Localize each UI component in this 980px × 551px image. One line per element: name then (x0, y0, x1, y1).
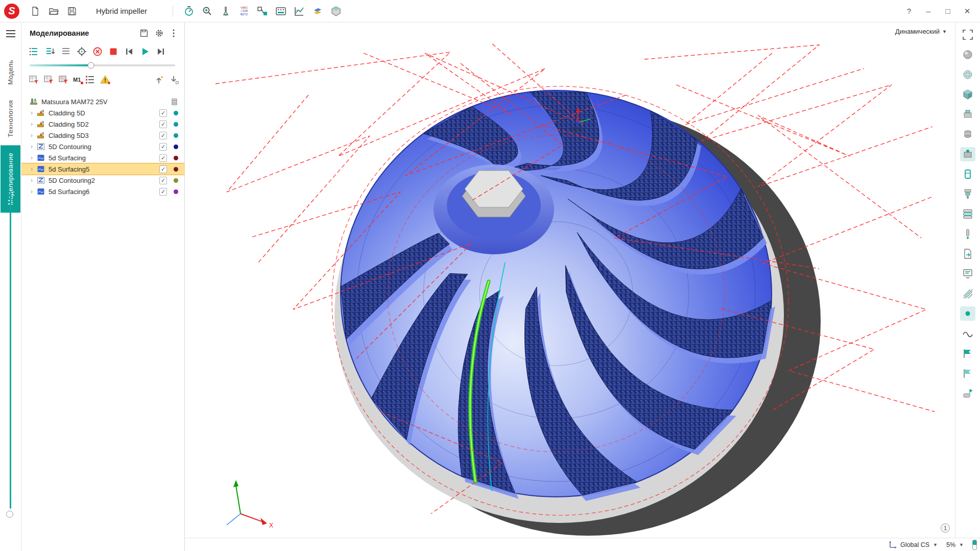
chart-button[interactable] (292, 4, 307, 19)
maximize-button[interactable]: □ (939, 4, 957, 19)
flag-marker-button[interactable] (960, 346, 975, 361)
zoom-level[interactable]: 5% (946, 541, 955, 548)
panel-settings-gear-icon[interactable] (155, 29, 164, 38)
tree-row-operation[interactable]: › Cladding 5D3 ✓ (21, 130, 184, 141)
operation-checkbox[interactable]: ✓ (159, 109, 167, 117)
shaded-sphere-button[interactable] (960, 47, 975, 62)
machine-link-button[interactable] (255, 4, 270, 19)
panel-save-icon[interactable] (139, 29, 149, 38)
panel-more-menu-icon[interactable] (170, 29, 177, 38)
save-button[interactable] (64, 4, 80, 19)
expand-chevron-icon[interactable]: › (29, 188, 35, 195)
help-button[interactable]: ? (900, 4, 918, 19)
focus-tool-button[interactable] (76, 46, 87, 57)
tree-row-operation[interactable]: › 5D Contouring2 ✓ (21, 175, 184, 186)
play-button[interactable] (139, 46, 151, 57)
speed-slider-handle[interactable] (87, 62, 94, 69)
point-mode-button[interactable] (960, 306, 975, 321)
minimize-button[interactable]: – (920, 4, 937, 19)
fixture-view-button[interactable] (960, 127, 975, 141)
expand-chevron-icon[interactable]: › (29, 109, 35, 116)
sim-plain-list-button[interactable] (60, 46, 71, 57)
verify-button[interactable] (200, 4, 215, 19)
operation-checkbox[interactable]: ✓ (159, 143, 167, 151)
warnings-button-icon[interactable] (100, 75, 111, 85)
skip-start-button[interactable] (124, 46, 135, 57)
expand-chevron-icon[interactable]: › (29, 143, 35, 150)
viewport-3d[interactable]: G54 X Динамический ▼ 1 (185, 22, 955, 551)
section-hatch-button[interactable] (960, 286, 975, 301)
simulation-speed-button[interactable] (181, 4, 197, 19)
panel-collapse-handle[interactable] (6, 511, 13, 518)
control-panel-button[interactable] (273, 4, 289, 19)
expand-chevron-icon[interactable]: › (29, 154, 35, 161)
stock-view-button[interactable] (960, 107, 975, 122)
filter-toolpath-button-icon[interactable] (43, 75, 54, 85)
view-mode-dropdown[interactable]: Динамический ▼ (895, 28, 947, 35)
main-menu-button[interactable] (4, 27, 18, 41)
open-file-button[interactable] (46, 4, 61, 19)
machine-view-button[interactable] (960, 267, 975, 281)
toolpath-view-button[interactable] (960, 207, 975, 221)
speed-slider[interactable] (30, 64, 175, 66)
expand-chevron-icon[interactable]: › (29, 177, 35, 184)
sim-list-button[interactable] (29, 46, 40, 57)
play-icon (140, 46, 150, 57)
fit-view-icon (962, 29, 973, 40)
show-toolpath-button-icon[interactable] (29, 75, 39, 85)
cs-selector[interactable]: Global CS (900, 541, 929, 548)
layers-button[interactable] (310, 4, 325, 19)
tree-row-operation-selected[interactable]: › 5d Surfacing5 ✓ (21, 163, 184, 175)
shaded-cube-button[interactable] (960, 87, 975, 102)
gcode-button[interactable]: %001 →1G0 N2T2 (236, 4, 252, 19)
tool-view-button[interactable] (960, 187, 975, 201)
operation-checkbox[interactable]: ✓ (159, 121, 167, 128)
tree-row-operation[interactable]: › 5D Contouring ✓ (21, 141, 184, 152)
operation-checkbox[interactable]: ✓ (159, 177, 167, 184)
tab-technology[interactable]: Технология (1, 92, 20, 145)
tab-model[interactable]: Модель (1, 52, 20, 92)
filter-selected-button-icon[interactable] (58, 75, 68, 85)
new-file-button[interactable] (28, 4, 43, 19)
panel-toggle-capsule[interactable] (972, 540, 977, 550)
operation-checkbox[interactable]: ✓ (159, 154, 167, 162)
close-button[interactable]: ✕ (959, 4, 976, 19)
spring-pass-button[interactable] (960, 326, 975, 341)
tree-row-operation[interactable]: › Cladding 5D2 ✓ (21, 118, 184, 130)
export-view-button[interactable] (960, 247, 975, 261)
matte-sphere-button[interactable] (960, 67, 975, 82)
expand-chevron-icon[interactable]: › (29, 132, 35, 139)
workpiece-view-button[interactable] (960, 147, 975, 161)
probe-button[interactable] (218, 4, 233, 19)
tree-row-operation[interactable]: › 5d Surfacing ✓ (21, 152, 184, 163)
operation-checkbox[interactable]: ✓ (159, 188, 167, 196)
interrupt-button[interactable] (92, 46, 103, 57)
viewport-canvas[interactable]: G54 X (185, 22, 955, 551)
operation-list-button-icon[interactable] (85, 75, 95, 85)
m-codes-button[interactable]: M1 (73, 77, 81, 83)
operation-checkbox[interactable]: ✓ (159, 165, 167, 173)
tree-row-operation[interactable]: › Cladding 5D ✓ (21, 107, 184, 118)
move-up-button-icon[interactable] (154, 75, 164, 85)
expand-chevron-icon[interactable]: › (29, 121, 35, 128)
skip-end-button[interactable] (155, 46, 166, 57)
notification-badge[interactable]: 1 (941, 523, 950, 533)
holder-view-button[interactable] (960, 167, 975, 181)
move-down-button-icon[interactable] (169, 75, 179, 85)
sheets-icon[interactable] (171, 98, 178, 106)
flag-marker2-button[interactable] (960, 366, 975, 380)
tree-row-operation[interactable]: › 5d Surfacing6 ✓ (21, 186, 184, 197)
fit-view-button[interactable] (960, 28, 975, 42)
sim-step-list-button[interactable] (44, 46, 56, 57)
chevron-down-icon[interactable]: ▼ (933, 542, 938, 547)
tree-row-machine[interactable]: Matsuura MAM72 25V (21, 96, 184, 107)
grab-flag-button[interactable] (960, 386, 975, 400)
operation-checkbox[interactable]: ✓ (159, 132, 167, 139)
probe-view-button[interactable] (960, 227, 975, 241)
right-tool-strip (955, 22, 980, 551)
solid-view-button[interactable] (328, 4, 344, 19)
new-file-icon (30, 6, 40, 16)
expand-chevron-icon[interactable]: › (29, 165, 35, 173)
chevron-down-icon[interactable]: ▼ (959, 542, 964, 547)
stop-button[interactable] (108, 46, 119, 57)
